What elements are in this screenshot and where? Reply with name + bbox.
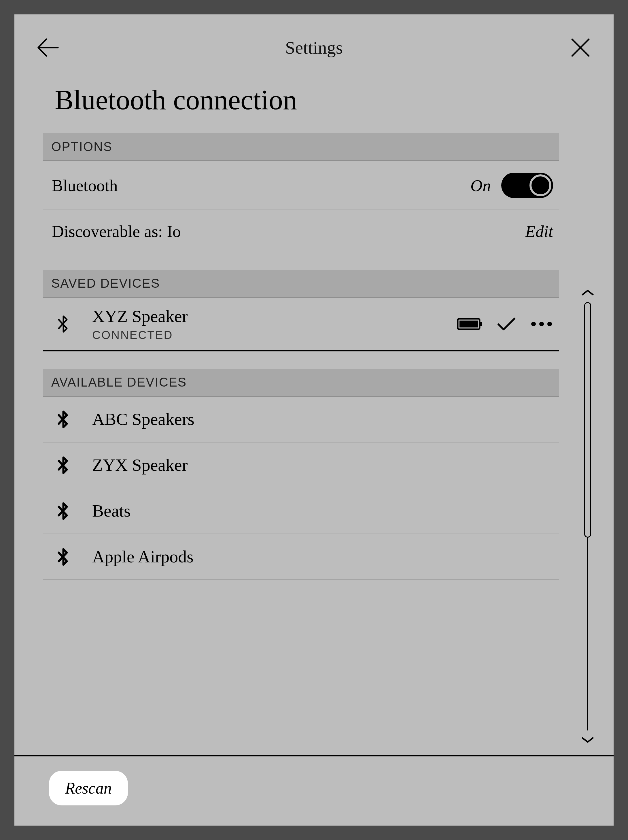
edit-link[interactable]: Edit bbox=[525, 222, 553, 241]
section-header-options: OPTIONS bbox=[43, 133, 559, 161]
available-device-row[interactable]: Beats bbox=[43, 488, 559, 534]
device-info: XYZ Speaker CONNECTED bbox=[92, 306, 457, 342]
svg-rect-4 bbox=[480, 322, 482, 326]
device-status: CONNECTED bbox=[92, 328, 457, 342]
battery-icon bbox=[457, 317, 483, 331]
device-frame: Settings Bluetooth connection OPTIONS Bl… bbox=[0, 0, 628, 840]
bluetooth-icon bbox=[52, 314, 75, 333]
header-bar: Settings bbox=[14, 14, 614, 72]
arrow-left-icon bbox=[36, 38, 59, 58]
bluetooth-icon bbox=[52, 548, 75, 567]
device-name: ABC Speakers bbox=[92, 409, 553, 429]
check-icon bbox=[497, 317, 516, 331]
svg-point-6 bbox=[531, 322, 536, 326]
available-device-row[interactable]: ABC Speakers bbox=[43, 397, 559, 442]
back-button[interactable] bbox=[35, 35, 60, 60]
bluetooth-icon bbox=[52, 410, 75, 429]
rescan-button[interactable]: Rescan bbox=[49, 771, 128, 805]
discoverable-row[interactable]: Discoverable as: Io Edit bbox=[43, 210, 559, 253]
svg-point-7 bbox=[539, 322, 544, 326]
bluetooth-toggle-row[interactable]: Bluetooth On bbox=[43, 161, 559, 210]
scroll-down-button[interactable] bbox=[581, 736, 594, 744]
scroll-thumb[interactable] bbox=[584, 302, 591, 538]
toggle-switch[interactable] bbox=[501, 173, 553, 198]
section-header-available: AVAILABLE DEVICES bbox=[43, 369, 559, 397]
screen: Settings Bluetooth connection OPTIONS Bl… bbox=[14, 14, 614, 826]
close-icon bbox=[570, 38, 590, 58]
chevron-up-icon bbox=[581, 289, 594, 296]
toggle-knob bbox=[529, 174, 551, 196]
section-gap bbox=[43, 351, 559, 369]
device-name: Apple Airpods bbox=[92, 547, 553, 567]
chevron-down-icon bbox=[581, 736, 594, 744]
available-device-row[interactable]: Apple Airpods bbox=[43, 534, 559, 580]
list-wrap: OPTIONS Bluetooth On Discoverable as: I bbox=[43, 133, 579, 755]
scrollbar bbox=[579, 133, 596, 755]
device-name: Beats bbox=[92, 501, 553, 521]
bluetooth-icon bbox=[52, 456, 75, 475]
svg-rect-5 bbox=[460, 321, 478, 327]
footer-bar: Rescan bbox=[14, 755, 614, 826]
section-header-saved: SAVED DEVICES bbox=[43, 270, 559, 298]
device-name: ZYX Speaker bbox=[92, 455, 553, 475]
header-title: Settings bbox=[285, 38, 343, 58]
section-gap bbox=[43, 253, 559, 270]
scroll-track[interactable] bbox=[587, 302, 588, 731]
device-actions bbox=[457, 317, 553, 331]
scroll-up-button[interactable] bbox=[581, 289, 594, 296]
page-title: Bluetooth connection bbox=[14, 72, 614, 133]
content-area: OPTIONS Bluetooth On Discoverable as: I bbox=[14, 133, 614, 755]
svg-point-8 bbox=[547, 322, 552, 326]
bluetooth-label: Bluetooth bbox=[52, 176, 118, 195]
available-device-row[interactable]: ZYX Speaker bbox=[43, 442, 559, 488]
discoverable-label: Discoverable as: Io bbox=[52, 222, 181, 241]
more-icon[interactable] bbox=[530, 321, 553, 327]
device-name: XYZ Speaker bbox=[92, 306, 457, 326]
bluetooth-state: On bbox=[471, 176, 491, 195]
saved-device-row[interactable]: XYZ Speaker CONNECTED bbox=[43, 298, 559, 351]
bluetooth-icon bbox=[52, 502, 75, 521]
close-button[interactable] bbox=[568, 35, 593, 60]
